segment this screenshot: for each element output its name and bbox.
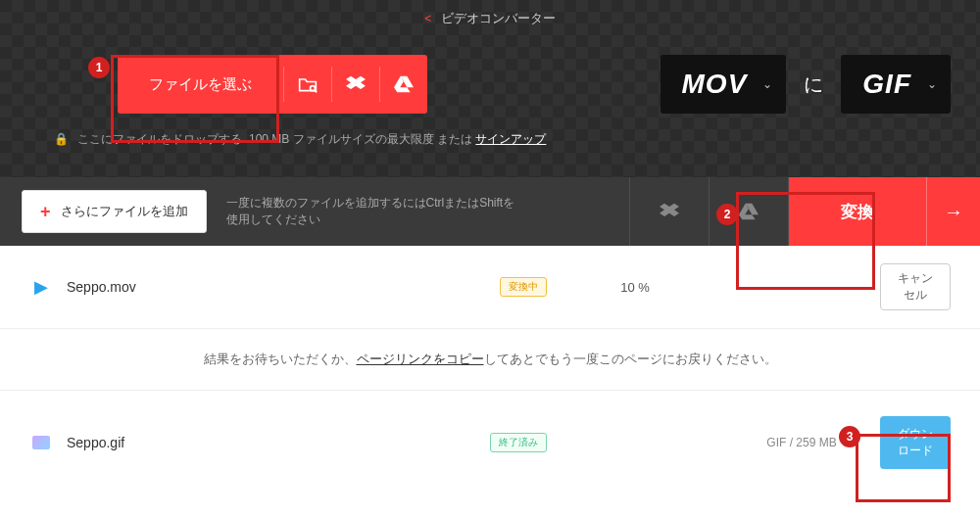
google-drive-icon[interactable] <box>380 55 427 114</box>
plus-icon: + <box>40 202 51 222</box>
google-drive-dest-icon[interactable] <box>710 177 788 246</box>
dropbox-dest-icon[interactable] <box>630 177 709 246</box>
file-row-done: Seppo.gif 終了済み GIF / 259 MB ダウンロード <box>0 391 980 494</box>
from-format-label: MOV <box>682 69 748 100</box>
action-bar: + さらにファイルを追加 一度に複数のファイルを追加するにはCtrlまたはShi… <box>0 177 980 246</box>
chevron-down-icon: ⌄ <box>762 77 772 91</box>
image-icon[interactable] <box>29 431 53 454</box>
waiting-prefix: 結果をお待ちいただくか、 <box>204 352 357 366</box>
status-badge-done: 終了済み <box>490 433 547 452</box>
progress-percent: 10 % <box>547 280 723 295</box>
to-label: に <box>804 71 823 98</box>
add-more-label: さらにファイルを追加 <box>61 203 188 220</box>
waiting-message: 結果をお待ちいただくか、ページリンクをコピーしてあとでもう一度このページにお戻り… <box>0 329 980 391</box>
from-format-select[interactable]: MOV ⌄ <box>661 55 787 114</box>
picker-row: ファイルを選ぶ MOV ⌄ に GIF ⌄ <box>0 37 980 125</box>
status-badge-converting: 変換中 <box>500 277 547 297</box>
download-button[interactable]: ダウンロード <box>880 416 951 469</box>
signup-link[interactable]: サインアップ <box>475 132 546 146</box>
drop-hint: 🔒 ここにファイルをドロップする. 100 MB ファイルサイズの最大限度 また… <box>0 125 980 148</box>
chevron-down-icon: ⌄ <box>927 77 937 91</box>
file-row-converting: ▶ Seppo.mov 変換中 10 % キャンセル <box>0 246 980 329</box>
dropbox-icon[interactable] <box>332 55 379 114</box>
add-more-files-button[interactable]: + さらにファイルを追加 <box>22 190 207 233</box>
page-title: < ビデオコンバーター <box>0 0 980 37</box>
file-name: Seppo.gif <box>67 435 490 450</box>
file-source-group: ファイルを選ぶ <box>118 55 427 114</box>
choose-file-button[interactable]: ファイルを選ぶ <box>118 55 283 114</box>
browse-local-icon[interactable] <box>284 55 331 114</box>
format-group: MOV ⌄ に GIF ⌄ <box>661 55 951 114</box>
hero-area: < ビデオコンバーター ファイルを選ぶ MOV ⌄ に <box>0 0 980 177</box>
drop-hint-text: ここにファイルをドロップする. 100 MB ファイルサイズの最大限度 または <box>77 132 475 146</box>
file-meta: GIF / 259 MB <box>723 436 880 449</box>
back-caret-icon[interactable]: < <box>424 12 431 25</box>
to-format-select[interactable]: GIF ⌄ <box>841 55 951 114</box>
lock-icon: 🔒 <box>54 132 69 146</box>
file-name: Seppo.mov <box>67 279 500 295</box>
multi-file-hint: 一度に複数のファイルを追加するにはCtrlまたはShiftを使用してください <box>207 177 540 246</box>
title-text: ビデオコンバーター <box>441 11 556 25</box>
waiting-suffix: してあとでもう一度このページにお戻りください。 <box>484 352 777 366</box>
convert-button[interactable]: 変換 <box>789 177 926 246</box>
convert-arrow-button[interactable]: → <box>926 177 980 246</box>
to-format-label: GIF <box>862 69 911 100</box>
cancel-button[interactable]: キャンセル <box>880 263 951 310</box>
copy-page-link[interactable]: ページリンクをコピー <box>357 352 484 366</box>
play-icon[interactable]: ▶ <box>29 275 53 299</box>
